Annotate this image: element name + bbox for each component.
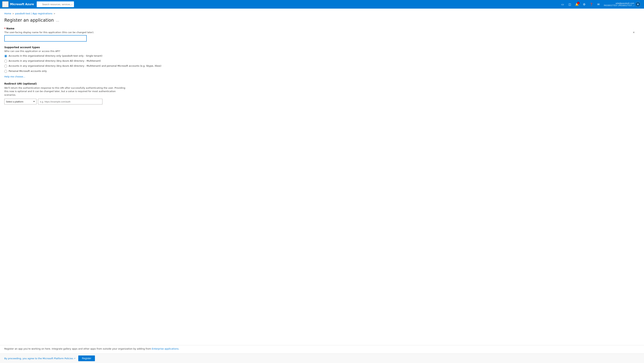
radio-label-single-tenant: Accounts in this organizational director… — [8, 54, 102, 58]
feedback-button[interactable]: ✉ — [595, 1, 602, 8]
radio-personal-only[interactable] — [4, 70, 7, 73]
platform-select[interactable]: Select a platform Web Single-page applic… — [4, 99, 36, 105]
name-field-section: *Name The user-facing display name for t… — [4, 27, 640, 42]
radio-group: Accounts in this organizational director… — [4, 54, 640, 73]
breadcrumb: Home > passbolt-test | App registrations… — [4, 12, 640, 15]
gear-icon: ⚙ — [583, 3, 586, 6]
page-title-row: Register an application … — [4, 18, 640, 23]
name-description: The user-facing display name for this ap… — [4, 31, 640, 34]
redirect-uri-label: Redirect URI (optional) — [4, 82, 640, 85]
feedback-icon: ✉ — [597, 3, 600, 6]
help-button[interactable]: ❓ — [588, 1, 594, 8]
redirect-uri-input[interactable] — [38, 99, 102, 105]
required-indicator: * — [4, 27, 6, 30]
help-me-choose-link[interactable]: Help me choose... — [4, 75, 25, 78]
app-name-input[interactable] — [4, 35, 87, 42]
radio-label-personal-only: Personal Microsoft accounts only — [8, 70, 47, 73]
radio-multitenant-personal[interactable] — [4, 65, 7, 68]
breadcrumb-sep-2: > — [54, 12, 55, 15]
redirect-uri-inputs: Select a platform Web Single-page applic… — [4, 99, 640, 105]
radio-label-multitenant-personal: Accounts in any organizational directory… — [8, 64, 161, 68]
policy-bar: By proceeding, you agree to the Microsof… — [0, 353, 644, 363]
breadcrumb-home[interactable]: Home — [4, 12, 11, 15]
notification-badge: 1 — [577, 2, 580, 4]
cloud-shell-button[interactable]: ▭ — [560, 1, 566, 8]
account-types-section: Supported account types Who can use this… — [4, 46, 640, 78]
page-title: Register an application — [4, 18, 54, 23]
avatar: A — [636, 2, 640, 7]
brand-name: Microsoft Azure — [10, 3, 34, 6]
search-input[interactable] — [37, 2, 74, 7]
user-email: ada@passbolt.com — [604, 2, 634, 5]
radio-label-multitenant: Accounts in any organizational directory… — [8, 59, 101, 63]
question-icon: ❓ — [590, 3, 593, 6]
radio-option-personal[interactable]: Personal Microsoft accounts only — [4, 70, 640, 73]
register-button[interactable]: Register — [78, 355, 95, 361]
page-content: Home > passbolt-test | App registrations… — [0, 9, 644, 108]
cloud-shell-icon: ▭ — [561, 3, 564, 6]
account-types-label: Supported account types — [4, 46, 640, 49]
notifications-button[interactable]: 🔔 1 — [574, 1, 580, 8]
topbar: ☰ Microsoft Azure 🔍 ▭ ◫ 🔔 1 ⚙ ❓ ✉ ada@pa… — [0, 0, 644, 9]
directory-button[interactable]: ◫ — [567, 1, 573, 8]
radio-option-multitenant[interactable]: Accounts in any organizational directory… — [4, 59, 640, 63]
user-tenant: PASSBOLT-TEST (PASSBOLTTEST...) — [604, 5, 634, 7]
user-menu[interactable]: ada@passbolt.com PASSBOLT-TEST (PASSBOLT… — [602, 1, 642, 8]
account-types-description: Who can use this application or access t… — [4, 50, 640, 53]
redirect-uri-description: We'll return the authentication response… — [4, 86, 126, 97]
breadcrumb-sep-1: > — [12, 12, 14, 15]
name-label: *Name — [4, 27, 640, 30]
bottom-note-text: Register an app you're working on here. … — [4, 347, 152, 350]
policy-link[interactable]: By proceeding, you agree to the Microsof… — [4, 357, 76, 360]
radio-single-tenant[interactable] — [4, 55, 7, 58]
radio-multitenant[interactable] — [4, 60, 7, 63]
redirect-uri-section: Redirect URI (optional) We'll return the… — [4, 82, 640, 105]
radio-option-single-tenant[interactable]: Accounts in this organizational director… — [4, 54, 640, 58]
enterprise-applications-link[interactable]: Enterprise applications. — [152, 347, 179, 350]
policy-link-text: By proceeding, you agree to the Microsof… — [4, 357, 73, 360]
external-link-icon: ➚ — [74, 357, 76, 359]
directory-icon: ◫ — [568, 3, 571, 6]
breadcrumb-service[interactable]: passbolt-test | App registrations — [15, 12, 52, 15]
user-info: ada@passbolt.com PASSBOLT-TEST (PASSBOLT… — [604, 2, 634, 7]
close-button[interactable]: × — [632, 30, 636, 35]
radio-option-multitenant-personal[interactable]: Accounts in any organizational directory… — [4, 64, 640, 68]
settings-button[interactable]: ⚙ — [581, 1, 588, 8]
search-wrapper: 🔍 — [37, 2, 144, 7]
hamburger-menu-button[interactable]: ☰ — [2, 1, 8, 7]
topbar-actions: ▭ ◫ 🔔 1 ⚙ ❓ ✉ ada@passbolt.com PASSBOLT-… — [560, 1, 642, 8]
more-options-button[interactable]: … — [56, 19, 59, 22]
bottom-note: Register an app you're working on here. … — [0, 345, 644, 352]
